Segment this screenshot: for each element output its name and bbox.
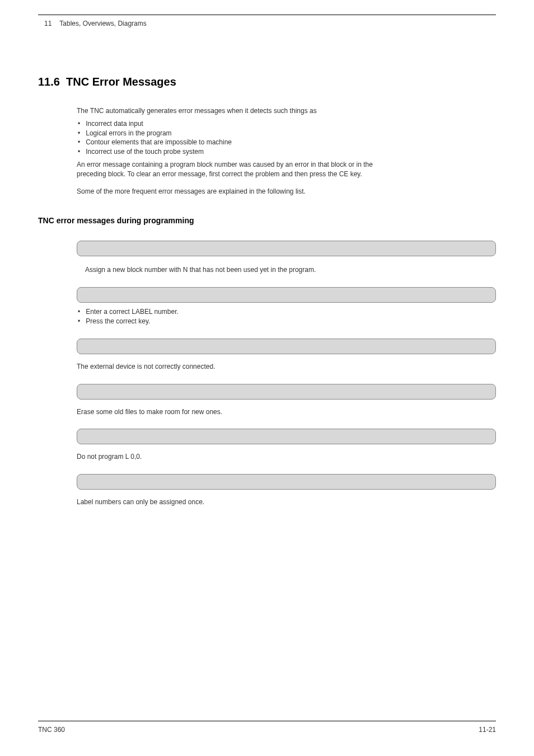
footer-rule [38, 721, 496, 721]
error-explanation: Erase some old files to make room for ne… [77, 407, 496, 417]
error-message-box [77, 287, 496, 303]
intro-paragraph-2: An error message containing a program bl… [77, 160, 373, 179]
page-container: 11 Tables, Overviews, Diagrams 11.6 TNC … [0, 0, 534, 756]
running-footer: TNC 360 11-21 [38, 721, 496, 734]
intro-paragraph-1: The TNC automatically generates error me… [77, 106, 496, 116]
section-title: TNC Error Messages [66, 76, 176, 88]
footer-left: TNC 360 [38, 726, 65, 734]
running-header: 11 Tables, Overviews, Diagrams [44, 20, 496, 27]
error-explanation: Label numbers can only be assigned once. [77, 497, 496, 507]
sub-heading: TNC error messages during programming [38, 216, 496, 225]
footer-right: 11-21 [479, 726, 496, 734]
error-message-box [77, 429, 496, 444]
error-explanation: Assign a new block number with N that ha… [85, 265, 496, 275]
header-chapter-title: Tables, Overviews, Diagrams [59, 20, 146, 27]
error-explanation-item: Press the correct key. [77, 317, 496, 326]
header-chapter-number: 11 [44, 20, 51, 27]
intro-paragraph-3: Some of the more frequent error messages… [77, 187, 373, 196]
intro-bullet-item: Logical errors in the program [77, 129, 496, 138]
error-explanation-list: Enter a correct LABEL number. Press the … [77, 307, 496, 326]
error-message-box [77, 241, 496, 256]
error-explanation: The external device is not correctly con… [77, 362, 496, 372]
messages-block: Assign a new block number with N that ha… [77, 225, 496, 507]
intro-bullet-item: Incorrect data input [77, 119, 496, 129]
error-message-box [77, 339, 496, 354]
header-rule [38, 15, 496, 15]
footer-row: TNC 360 11-21 [38, 726, 496, 734]
intro-bullet-item: Contour elements that are impossible to … [77, 138, 496, 147]
error-explanation-item: Enter a correct LABEL number. [77, 307, 496, 317]
error-explanation: Do not program L 0,0. [77, 452, 496, 462]
section-number: 11.6 [38, 76, 60, 88]
intro-bullet-list: Incorrect data input Logical errors in t… [77, 119, 496, 157]
error-message-box [77, 384, 496, 400]
intro-bullet-item: Incorrect use of the touch probe system [77, 147, 496, 157]
content-block: The TNC automatically generates error me… [77, 88, 496, 196]
error-message-box [77, 474, 496, 490]
section-heading: 11.6 TNC Error Messages [38, 76, 496, 88]
